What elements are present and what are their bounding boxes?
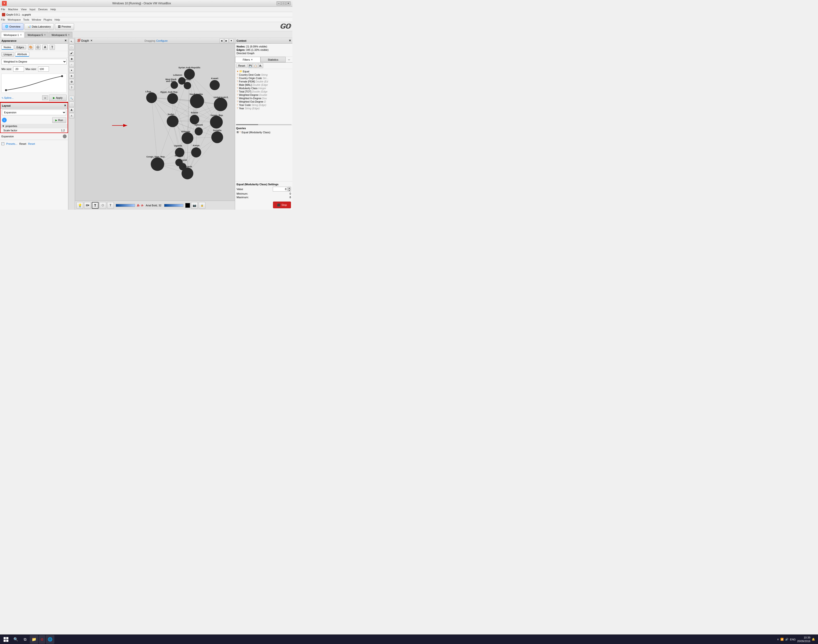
close-graph-icon[interactable]: ✕: [90, 39, 92, 42]
plane-tool[interactable]: ✈: [69, 74, 74, 78]
run-button[interactable]: ▶ Run: [52, 117, 66, 123]
color-swatch[interactable]: [185, 203, 190, 208]
tree-item-weighted-degree[interactable]: ⊤ Weighted Degree Double: [236, 93, 292, 97]
vm-menu-devices[interactable]: Devices: [38, 8, 47, 11]
attribute-button[interactable]: Attribute: [15, 52, 29, 57]
appearance-close[interactable]: ✕: [64, 39, 67, 42]
filter-copy-btn[interactable]: 📋: [253, 63, 258, 68]
filter-save-btn[interactable]: 💾: [248, 63, 253, 68]
stop-button[interactable]: ⬛ Stop: [273, 202, 291, 208]
layout-dropdown[interactable]: Expansion: [2, 109, 66, 115]
equal-modularity-item[interactable]: ⊞ ⊤ Equal (Modularity Class): [236, 130, 291, 134]
square-tool[interactable]: ⬜: [69, 102, 74, 107]
text-display-btn[interactable]: T: [92, 202, 98, 209]
workspace-tab-1-close[interactable]: ✕: [20, 34, 22, 36]
magnify-tool[interactable]: ◈: [69, 56, 74, 61]
reset-label[interactable]: Reset: [28, 143, 35, 145]
graph-nav-down[interactable]: ▼: [229, 38, 233, 43]
vm-menu-file[interactable]: File: [1, 8, 5, 11]
vm-menu-machine[interactable]: Machine: [8, 8, 18, 11]
color-icon-btn[interactable]: 🎨: [28, 44, 33, 50]
graph-canvas[interactable]: Syrian Arab Republic Lebanon West Bank a…: [75, 44, 235, 201]
layout-info-button[interactable]: i: [2, 118, 7, 123]
workspace-tab-5-close[interactable]: ✕: [44, 34, 46, 36]
selection-btn[interactable]: ⬡: [100, 202, 106, 209]
graph-nav-next[interactable]: ▶: [224, 38, 229, 43]
statistics-tab[interactable]: Statistics: [260, 57, 286, 62]
workspace-tab-6[interactable]: Workspace 6 ✕: [49, 32, 72, 38]
tree-item-female[interactable]: ⊤ Female [FEM] Double (Ed: [236, 80, 292, 83]
tree-item-total[interactable]: ⊤ Total [TOT] Double (Edge: [236, 90, 292, 93]
configure-link[interactable]: Configure: [156, 39, 168, 42]
gephi-menu-plugins[interactable]: Plugins: [43, 18, 52, 21]
edges-button[interactable]: Edges: [14, 45, 26, 49]
size-icon-btn[interactable]: A: [43, 44, 48, 50]
tree-item-male[interactable]: ⊤ Male [MAL] Double (Edge: [236, 83, 292, 86]
vm-menu-help[interactable]: Help: [51, 8, 56, 11]
screenshot-btn[interactable]: 📷: [191, 202, 198, 209]
reset-button[interactable]: Reset: [19, 143, 26, 145]
settings-tool[interactable]: ⚙: [69, 79, 74, 84]
gephi-menu-help[interactable]: Help: [54, 18, 60, 21]
value-up[interactable]: ▲: [288, 187, 291, 189]
workspace-tab-6-close[interactable]: ✕: [68, 34, 70, 36]
gephi-menu-file[interactable]: File: [1, 18, 5, 21]
question-tool[interactable]: ?: [69, 85, 74, 90]
tree-folder-equal[interactable]: ▼ 📁 Equal: [236, 69, 292, 73]
font-size-slider[interactable]: [164, 204, 183, 207]
min-size-input[interactable]: [13, 66, 24, 72]
workspace-tab-1[interactable]: Workspace 1 ✕: [1, 32, 25, 38]
tree-item-year-code[interactable]: ⊤ Year Code String (Edge): [236, 103, 292, 107]
rectangle-tool[interactable]: ⬚: [69, 44, 74, 50]
filter-search-btn[interactable]: A↓: [258, 63, 263, 68]
paint-tool[interactable]: 🖌: [69, 50, 74, 55]
graph-nav-prev[interactable]: ◀: [219, 38, 224, 43]
workspace-tab-5[interactable]: Workspace 5 ✕: [25, 32, 48, 38]
data-laboratory-button[interactable]: 📊 Data Laboratory: [25, 23, 54, 30]
apply-button[interactable]: ▶ Apply: [49, 95, 67, 101]
tree-item-country-origin[interactable]: ⊤ Country Origin Code Stri...: [236, 77, 292, 80]
nodes-button[interactable]: Nodes: [2, 45, 14, 50]
close-button[interactable]: ✕: [286, 2, 291, 5]
zoom-tool[interactable]: 🔍: [69, 96, 74, 101]
select-tool[interactable]: ↖: [69, 39, 74, 44]
table-view-btn[interactable]: ⊞▾: [84, 202, 91, 209]
max-size-input[interactable]: [38, 66, 49, 72]
edge-display-btn[interactable]: T: [107, 202, 114, 209]
vm-menu-view[interactable]: View: [21, 8, 27, 11]
filters-tab[interactable]: Filters ✕: [235, 57, 260, 62]
tree-item-modularity[interactable]: ⊤ Modularity Class Integer: [236, 86, 292, 90]
filter-reset-btn[interactable]: Reset: [236, 63, 247, 68]
gephi-menu-workspace[interactable]: Workspace: [8, 18, 21, 21]
layout-close[interactable]: ✕: [64, 104, 66, 107]
preview-button[interactable]: 🖼 Preview: [55, 23, 74, 30]
color-range-slider[interactable]: [116, 204, 135, 207]
text-small-tool[interactable]: A: [69, 113, 74, 118]
gephi-menu-tools[interactable]: Tools: [23, 18, 29, 21]
value-input[interactable]: [273, 187, 287, 192]
unique-button[interactable]: Unique: [2, 52, 14, 57]
value-down[interactable]: ▼: [288, 189, 291, 192]
gephi-menu-window[interactable]: Window: [32, 18, 41, 21]
presets-checkbox[interactable]: ✓: [2, 143, 4, 145]
tree-item-year[interactable]: ⊤ Year String (Edge): [236, 107, 292, 110]
appearance-dropdown[interactable]: Weighted In-Degree: [2, 59, 67, 64]
tree-item-weighted-out[interactable]: ⊤ Weighted Out-Degree D: [236, 100, 292, 103]
maximize-button[interactable]: □: [281, 2, 286, 5]
node-tool[interactable]: ●: [69, 67, 74, 73]
edge-tool[interactable]: ⟋: [69, 62, 74, 67]
scroll-thumb[interactable]: [236, 124, 258, 125]
presets-button[interactable]: Presets...: [6, 143, 17, 145]
panel-maximize[interactable]: ─: [288, 58, 290, 61]
spline-button[interactable]: ∿ Spline...: [2, 97, 14, 100]
light-bulb-btn[interactable]: 💡: [77, 202, 83, 209]
overview-button[interactable]: 🌐 Overview: [2, 23, 23, 30]
minimize-button[interactable]: ─: [277, 2, 281, 5]
tree-item-weighted-in[interactable]: ⊤ Weighted In-Degree Dou: [236, 97, 292, 100]
vm-menu-input[interactable]: Input: [29, 8, 35, 11]
tree-item-country-dest[interactable]: ⊤ Country Dest Code String: [236, 73, 292, 77]
filters-tab-close[interactable]: ✕: [251, 58, 253, 61]
context-close[interactable]: ✕: [289, 39, 291, 42]
text-tool[interactable]: A: [69, 107, 74, 113]
export-btn[interactable]: 🔒: [199, 202, 205, 209]
